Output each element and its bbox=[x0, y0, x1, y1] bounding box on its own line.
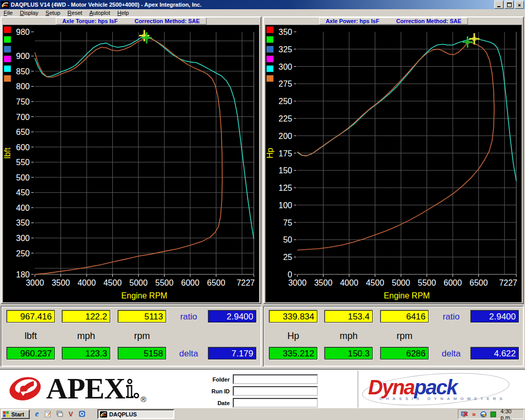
torque-chart-header: Axle Torque: hps IsF Correction Method: … bbox=[55, 17, 206, 25]
quick-launch: e V bbox=[33, 410, 86, 418]
torque-chart-area[interactable]: 9809008508007507006506005505004504003503… bbox=[3, 25, 259, 303]
run-id-input[interactable] bbox=[233, 386, 318, 396]
power-correction-method: Correction Method: SAE bbox=[396, 18, 461, 24]
svg-text:225: 225 bbox=[278, 114, 292, 123]
svg-text:6500: 6500 bbox=[470, 278, 488, 287]
torque-cursor2-value: 960.237 bbox=[7, 347, 55, 359]
svg-text:5000: 5000 bbox=[392, 278, 410, 287]
restore-button[interactable] bbox=[504, 1, 514, 9]
title-bar: DAQPLUS V14 (4WD - Motor Vehicle 2500+40… bbox=[0, 0, 525, 9]
svg-text:3000: 3000 bbox=[26, 278, 44, 287]
menu-item-help[interactable]: Help bbox=[114, 10, 133, 16]
svg-text:300: 300 bbox=[16, 234, 30, 243]
torque-panel: Axle Torque: hps IsF Correction Method: … bbox=[1, 16, 261, 304]
power-cursor2-mph: 150.3 bbox=[325, 347, 373, 359]
power-chart-header: Axle Power: hps IsF Correction Method: S… bbox=[319, 17, 468, 25]
power-legend bbox=[266, 26, 274, 85]
svg-text:980: 980 bbox=[16, 28, 30, 36]
apexi-wordmark: APEX bbox=[46, 374, 125, 404]
menu-item-display[interactable]: Display bbox=[16, 10, 42, 16]
torque-delta-value: 7.179 bbox=[208, 347, 256, 359]
svg-text:3000: 3000 bbox=[288, 278, 307, 287]
svg-text:350: 350 bbox=[278, 28, 292, 36]
svg-text:350: 350 bbox=[16, 218, 30, 227]
internet-explorer-icon[interactable]: e bbox=[33, 410, 41, 418]
torque-cursor1-value: 967.416 bbox=[7, 310, 55, 323]
windows-flag-icon bbox=[3, 411, 10, 418]
daqplus-window: DAQPLUS V14 (4WD - Motor Vehicle 2500+40… bbox=[0, 0, 525, 420]
torque-chart-title: Axle Torque: hps IsF bbox=[62, 18, 117, 24]
taskbar-clock: 4:30 p.m. bbox=[500, 408, 523, 420]
svg-text:325: 325 bbox=[278, 45, 292, 54]
power-chart-canvas[interactable]: 3503253002752502252001751501251007550250… bbox=[266, 25, 521, 302]
torque-cursor1-rpm: 5113 bbox=[118, 310, 166, 323]
power-rpm-label: rpm bbox=[380, 331, 429, 342]
start-button[interactable]: Start bbox=[1, 409, 30, 419]
status-square-icon[interactable] bbox=[489, 410, 497, 418]
dynapack-subtitle: CHASSIS DYNAMOMETERS bbox=[379, 396, 506, 401]
svg-text:6500: 6500 bbox=[207, 278, 226, 287]
show-desktop-icon[interactable] bbox=[55, 410, 64, 418]
torque-chart-canvas[interactable]: 9809008508007507006506005505004504003503… bbox=[3, 25, 259, 302]
taskbar-daqplus-button[interactable]: DAQPLUS bbox=[97, 409, 174, 419]
window-title: DAQPLUS V14 (4WD - Motor Vehicle 2500+40… bbox=[11, 2, 494, 8]
chevrons-icon[interactable]: » bbox=[470, 410, 478, 418]
app-icon bbox=[1, 1, 9, 8]
svg-text:900: 900 bbox=[16, 52, 30, 61]
compose-mail-icon[interactable] bbox=[44, 410, 52, 418]
restore-icon bbox=[507, 3, 512, 7]
power-delta-value: 4.622 bbox=[471, 347, 519, 359]
svg-text:450: 450 bbox=[16, 188, 30, 197]
svg-text:Engine RPM: Engine RPM bbox=[384, 291, 430, 300]
apexi-logo: APEX i. ® bbox=[8, 372, 146, 406]
menu-bar: FileDisplaySetupResetAutoplotHelp bbox=[0, 9, 525, 16]
close-button[interactable]: × bbox=[515, 1, 524, 9]
legend-swatch bbox=[4, 46, 11, 53]
torque-correction-method: Correction Method: SAE bbox=[134, 18, 199, 24]
legend-swatch bbox=[266, 46, 274, 53]
dynapack-dyna: Dyna bbox=[368, 376, 414, 398]
svg-text:800: 800 bbox=[16, 82, 30, 91]
menu-item-autoplot[interactable]: Autoplot bbox=[86, 10, 113, 16]
system-tray: » 4:30 p.m. bbox=[458, 409, 524, 419]
dynapack-logo: Dynapack CHASSIS DYNAMOMETERS bbox=[359, 374, 513, 405]
menu-item-setup[interactable]: Setup bbox=[42, 10, 64, 16]
date-input[interactable] bbox=[233, 398, 318, 408]
svg-text:850: 850 bbox=[16, 67, 30, 76]
svg-text:5000: 5000 bbox=[129, 278, 148, 287]
window-controls: × bbox=[494, 1, 524, 9]
svg-text:300: 300 bbox=[278, 63, 292, 71]
svg-text:6000: 6000 bbox=[181, 278, 199, 287]
torque-legend bbox=[4, 26, 11, 85]
svg-text:650: 650 bbox=[16, 128, 30, 136]
menu-item-file[interactable]: File bbox=[0, 10, 16, 16]
svg-text:600: 600 bbox=[16, 143, 30, 152]
network-disconnected-icon[interactable] bbox=[460, 410, 469, 418]
svg-text:175: 175 bbox=[278, 149, 292, 158]
folder-input[interactable] bbox=[233, 374, 318, 384]
torque-cursor2-rpm: 5158 bbox=[118, 347, 166, 359]
svg-text:5500: 5500 bbox=[155, 278, 174, 287]
svg-text:50: 50 bbox=[283, 235, 292, 244]
apexi-emblem-icon bbox=[8, 374, 42, 403]
minimize-button[interactable] bbox=[494, 1, 503, 9]
taskbar: Start e V DAQPLUS bbox=[0, 408, 525, 420]
messenger-icon[interactable] bbox=[78, 410, 86, 418]
torque-delta-label: delta bbox=[172, 349, 206, 359]
antivirus-icon[interactable] bbox=[479, 410, 488, 418]
dynapack-pack: pack bbox=[414, 376, 457, 398]
minimize-icon bbox=[497, 6, 500, 7]
winamp-icon[interactable]: V bbox=[67, 410, 75, 418]
torque-ratio-label: ratio bbox=[172, 312, 206, 322]
power-chart-area[interactable]: 3503253002752502252001751501251007550250… bbox=[265, 25, 522, 303]
svg-text:150: 150 bbox=[278, 166, 292, 175]
torque-cursor1-mph: 122.2 bbox=[62, 310, 110, 323]
svg-text:5500: 5500 bbox=[418, 278, 436, 287]
svg-text:7227: 7227 bbox=[236, 278, 255, 287]
folder-label: Folder bbox=[205, 376, 230, 383]
svg-text:275: 275 bbox=[278, 79, 292, 88]
svg-text:250: 250 bbox=[16, 249, 30, 258]
svg-text:75: 75 bbox=[283, 218, 292, 227]
menu-item-reset[interactable]: Reset bbox=[64, 10, 86, 16]
legend-swatch bbox=[266, 36, 274, 43]
